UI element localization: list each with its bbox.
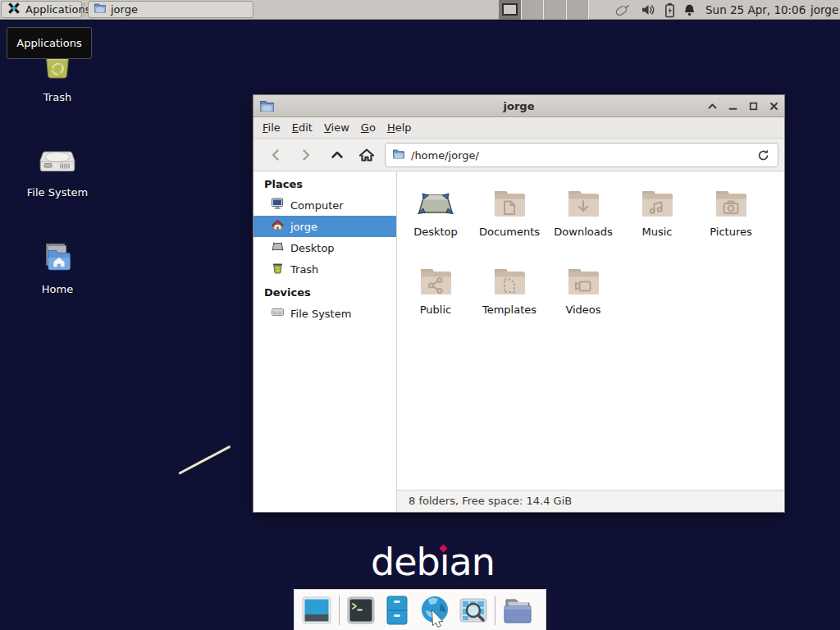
shade-button[interactable] [706, 101, 718, 112]
reload-icon[interactable] [755, 147, 771, 163]
mouse-icon[interactable] [614, 2, 632, 17]
debian-dot [439, 545, 447, 553]
folder-icon [392, 148, 405, 163]
file-templates[interactable]: Templates [472, 249, 546, 327]
minimize-button[interactable] [727, 101, 738, 112]
location-path[interactable]: /home/jorge/ [411, 149, 755, 162]
sidebar-item-label: jorge [290, 221, 317, 233]
sidebar-places-header: Places [253, 178, 396, 194]
panel-user-button[interactable]: jorge [810, 0, 838, 20]
file-cabinet-icon[interactable] [382, 594, 412, 627]
file-public[interactable]: Public [399, 249, 472, 327]
sidebar-item-computer[interactable]: Computer [253, 194, 396, 216]
panel-handle [84, 3, 86, 16]
directory-menu-folder-icon[interactable] [501, 595, 534, 626]
sidebar-item-desktop[interactable]: Desktop [253, 237, 396, 258]
location-bar[interactable]: /home/jorge/ [385, 143, 778, 167]
desktop: Applications jorge Sun 25 Apr, 10:06 [0, 0, 840, 630]
maximize-button[interactable] [747, 101, 759, 112]
debian-wordmark: debıan [371, 540, 495, 584]
volume-icon[interactable] [639, 2, 657, 17]
desktop-icon-file-system[interactable]: File System [21, 142, 94, 199]
menu-go[interactable]: Go [355, 119, 381, 136]
menu-view[interactable]: View [318, 119, 355, 136]
panel-clock[interactable]: Sun 25 Apr, 10:06 [705, 0, 806, 20]
documents-folder-icon [490, 184, 529, 223]
home-button[interactable] [355, 144, 378, 167]
music-folder-icon [637, 184, 677, 223]
up-button[interactable] [326, 144, 349, 167]
taskbar-button-jorge[interactable]: jorge [88, 1, 253, 18]
sidebar-item-file-system[interactable]: File System [253, 303, 396, 324]
sidebar-item-label: Computer [290, 199, 344, 212]
file-pictures[interactable]: Pictures [694, 171, 768, 249]
window-titlebar[interactable]: jorge [253, 95, 784, 117]
close-button[interactable] [768, 101, 779, 112]
workspace-4[interactable] [567, 0, 590, 20]
file-videos[interactable]: Videos [546, 249, 620, 327]
applications-menu-button[interactable]: Applications [1, 1, 82, 18]
workspace-pager [499, 0, 589, 20]
taskbar-button-label: jorge [111, 3, 138, 16]
desktop-icon-label: Trash [43, 91, 71, 103]
forward-button[interactable] [294, 144, 317, 167]
computer-icon [271, 197, 285, 213]
file-label: Templates [482, 304, 536, 316]
file-downloads[interactable]: Downloads [546, 171, 620, 249]
file-label: Public [420, 304, 451, 316]
file-music[interactable]: Music [620, 171, 694, 249]
tooltip-text: Applications [16, 37, 81, 49]
workspace-3[interactable] [544, 0, 567, 20]
menu-edit[interactable]: Edit [286, 119, 318, 136]
home-folder-icon [39, 239, 76, 279]
workspace-2[interactable] [522, 0, 545, 20]
sidebar-item-trash[interactable]: Trash [253, 258, 396, 280]
window-folder-icon [259, 98, 275, 116]
home-icon [271, 218, 285, 235]
desktop-icon-home[interactable]: Home [21, 239, 94, 295]
sidebar-item-label: File System [290, 308, 351, 320]
statusbar: 8 folders, Free space: 14.4 GiB [397, 490, 784, 512]
dock-panel [294, 589, 546, 630]
web-browser-globe-icon[interactable] [418, 593, 452, 628]
wallpaper-line-artifact [178, 445, 231, 475]
sidebar: Places Computer jorge Desktop Trash [253, 171, 397, 512]
file-desktop[interactable]: Desktop [399, 171, 472, 249]
menu-file[interactable]: File [257, 119, 286, 136]
applications-tooltip: Applications [7, 27, 92, 59]
xfce-cross-icon [7, 1, 21, 18]
desktop-icon-label: File System [27, 186, 88, 199]
file-label: Videos [565, 304, 600, 316]
downloads-folder-icon [564, 184, 603, 223]
pictures-folder-icon [711, 184, 751, 223]
file-label: Pictures [710, 226, 751, 238]
file-manager-window: jorge File Edit View Go Help [253, 94, 785, 513]
sidebar-devices-header: Devices [253, 286, 396, 303]
window-title: jorge [253, 100, 784, 112]
sidebar-item-label: Desktop [290, 242, 335, 254]
file-label: Documents [479, 226, 540, 238]
top-panel: Applications jorge Sun 25 Apr, 10:06 [0, 0, 840, 20]
sidebar-item-jorge[interactable]: jorge [253, 216, 396, 237]
file-view: Desktop Documents Downloads [397, 171, 784, 490]
toolbar: /home/jorge/ [253, 139, 784, 171]
drive-icon [271, 305, 285, 322]
hard-drive-icon [38, 142, 77, 182]
back-button[interactable] [264, 144, 287, 167]
battery-charging-icon[interactable] [660, 2, 678, 17]
videos-folder-icon [564, 262, 603, 301]
app-finder-icon[interactable] [458, 595, 489, 626]
file-documents[interactable]: Documents [472, 171, 546, 249]
menu-help[interactable]: Help [381, 119, 418, 136]
menubar: File Edit View Go Help [253, 117, 784, 139]
dock-separator [339, 596, 340, 625]
workspace-1[interactable] [499, 0, 522, 20]
file-label: Desktop [413, 226, 458, 238]
show-desktop-icon[interactable] [300, 594, 333, 627]
terminal-icon[interactable] [345, 595, 377, 626]
sidebar-item-label: Trash [290, 263, 318, 276]
public-share-folder-icon [416, 262, 455, 301]
notifications-bell-icon[interactable] [680, 2, 698, 17]
trash-icon [271, 261, 285, 277]
workspace-window-preview [502, 3, 518, 16]
